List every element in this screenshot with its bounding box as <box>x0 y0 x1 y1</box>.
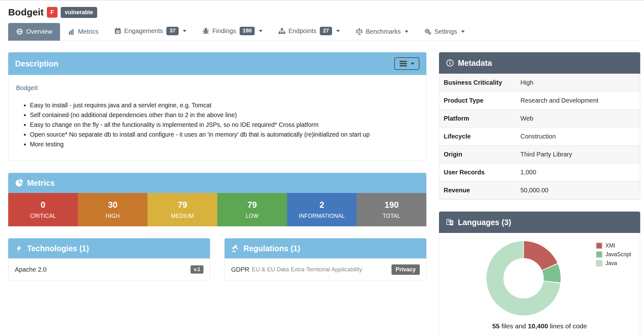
regulation-row: GDPR EU & EU Data Extra-Territorial Appl… <box>225 258 426 280</box>
files-text: files and <box>500 322 528 330</box>
tile-label: LOW <box>246 213 258 219</box>
description-bullet: Open source* No separate db to install a… <box>30 130 419 139</box>
description-panel: Description BodgeIt Easy to install - ju… <box>8 52 426 161</box>
tab-metrics[interactable]: Metrics <box>60 23 106 41</box>
pie-chart-icon <box>15 179 23 187</box>
description-bullet: More testing <box>30 139 419 149</box>
metadata-row: Lifecycle Construction <box>439 127 640 145</box>
tab-label: Settings <box>434 28 457 35</box>
findings-count-badge: 190 <box>240 27 255 35</box>
tile-high[interactable]: 30 HIGH <box>78 193 148 226</box>
product-link[interactable]: BodgeIt <box>16 84 38 91</box>
chevron-down-icon <box>259 30 263 32</box>
tab-findings[interactable]: Findings 190 <box>194 22 270 41</box>
languages-panel: A Languages (3) XMI JavaScrip <box>439 212 640 334</box>
languages-title: Languages (3) <box>458 218 511 227</box>
legend-swatch <box>596 242 602 249</box>
grade-badge[interactable]: F <box>47 7 58 18</box>
tile-label: CRITICAL <box>30 213 56 219</box>
tab-label: Engagements <box>124 27 163 35</box>
tile-value: 0 <box>41 200 45 210</box>
gavel-icon <box>231 244 240 252</box>
tile-informational[interactable]: 2 INFORMATIONAL <box>287 193 357 226</box>
svg-text:A: A <box>450 221 453 224</box>
metadata-value: 1,000 <box>520 169 536 176</box>
description-title: Description <box>15 59 58 68</box>
languages-donut-chart <box>486 241 561 315</box>
tile-medium[interactable]: 79 MEDIUM <box>147 193 217 226</box>
technologies-panel-header: Technologies (1) <box>8 238 210 258</box>
metadata-label: Lifecycle <box>444 133 520 140</box>
metadata-panel-header: Metadata <box>439 52 640 74</box>
description-body: BodgeIt Easy to install - just requires … <box>8 75 426 161</box>
metadata-label: Platform <box>444 115 520 122</box>
chevron-down-icon <box>183 30 186 32</box>
tab-label: Findings <box>212 27 236 35</box>
metadata-row: Product Type Research and Development <box>439 92 640 110</box>
legend-item: XMI <box>596 242 631 249</box>
metrics-panel: Metrics 0 CRITICAL 30 HIGH 79 MEDIUM <box>8 173 426 226</box>
description-bullet: Easy to change on the fly - all the func… <box>30 120 419 130</box>
technologies-title: Technologies (1) <box>27 244 89 253</box>
metadata-label: Product Type <box>444 97 520 104</box>
metadata-value: Web <box>520 115 533 122</box>
tab-engagements[interactable]: Engagements 37 <box>106 22 194 41</box>
tile-label: TOTAL <box>383 213 400 219</box>
chevron-down-icon <box>336 30 340 32</box>
engagements-count-badge: 37 <box>166 27 179 35</box>
chart-legend: XMI JavaScript Java <box>596 242 631 267</box>
product-overview-page: Bodgeit F vulnerable Overview Metrics En… <box>0 1 644 334</box>
tile-value: 79 <box>178 200 187 210</box>
description-bullet-list: Easy to install - just requires java and… <box>30 100 419 149</box>
metadata-value: Research and Development <box>520 97 598 104</box>
metadata-value: High <box>520 79 533 86</box>
regulation-category-badge: Privacy <box>391 264 420 275</box>
tile-value: 30 <box>108 200 117 210</box>
metadata-value: Construction <box>520 133 556 140</box>
regulation-name: EU & EU Data Extra-Territorial Applicabi… <box>252 266 362 273</box>
regulations-body: GDPR EU & EU Data Extra-Territorial Appl… <box>225 258 426 281</box>
description-panel-header: Description <box>8 52 426 75</box>
info-icon <box>446 59 454 67</box>
tab-settings[interactable]: Settings <box>416 23 473 41</box>
tab-overview[interactable]: Overview <box>8 23 60 41</box>
tab-benchmarks[interactable]: Benchmarks <box>348 23 416 41</box>
severity-tiles: 0 CRITICAL 30 HIGH 79 MEDIUM 79 LOW <box>8 193 426 226</box>
tile-value: 2 <box>319 200 324 210</box>
regulations-panel-header: Regulations (1) <box>225 238 426 258</box>
metrics-panel-header: Metrics <box>8 173 426 193</box>
description-menu-button[interactable] <box>394 57 419 70</box>
chevron-down-icon <box>405 31 408 33</box>
calendar-icon <box>114 27 121 35</box>
regulations-panel: Regulations (1) GDPR EU & EU Data Extra-… <box>225 238 426 281</box>
vulnerable-badge: vulnerable <box>61 7 97 18</box>
tab-endpoints[interactable]: Endpoints 27 <box>270 22 348 41</box>
metadata-row: Business Criticality High <box>439 74 640 92</box>
description-bullet: Self contained (no additional dependenci… <box>30 110 419 120</box>
tab-label: Benchmarks <box>366 28 401 35</box>
regulation-acronym: GDPR <box>231 266 249 273</box>
metadata-row: Origin Third Party Library <box>439 145 640 163</box>
globe-icon <box>16 28 23 35</box>
tab-label: Metrics <box>78 28 98 35</box>
tile-label: INFORMATIONAL <box>299 213 345 219</box>
code-stats-caption: 55 files and 10,400 lines of code <box>439 322 640 330</box>
lines-text: lines of code <box>548 322 587 330</box>
caret-down-icon <box>411 63 414 65</box>
metrics-title: Metrics <box>27 178 55 188</box>
tab-label: Endpoints <box>288 27 316 35</box>
description-bullet: Easy to install - just requires java and… <box>30 100 419 110</box>
technology-row: Apache 2.0 v.1 <box>8 258 210 280</box>
metadata-panel: Metadata Business Criticality High Produ… <box>439 52 640 200</box>
gears-icon <box>424 28 431 35</box>
bolt-icon <box>15 244 23 252</box>
tile-critical[interactable]: 0 CRITICAL <box>8 193 78 226</box>
legend-swatch <box>596 251 602 258</box>
tile-total[interactable]: 190 TOTAL <box>357 193 426 226</box>
tile-low[interactable]: 79 LOW <box>217 193 287 226</box>
metadata-label: Revenue <box>444 187 520 194</box>
technologies-body: Apache 2.0 v.1 <box>8 258 210 281</box>
metadata-label: User Records <box>444 169 520 176</box>
legend-item: JavaScript <box>596 251 631 258</box>
tab-label: Overview <box>26 28 52 35</box>
